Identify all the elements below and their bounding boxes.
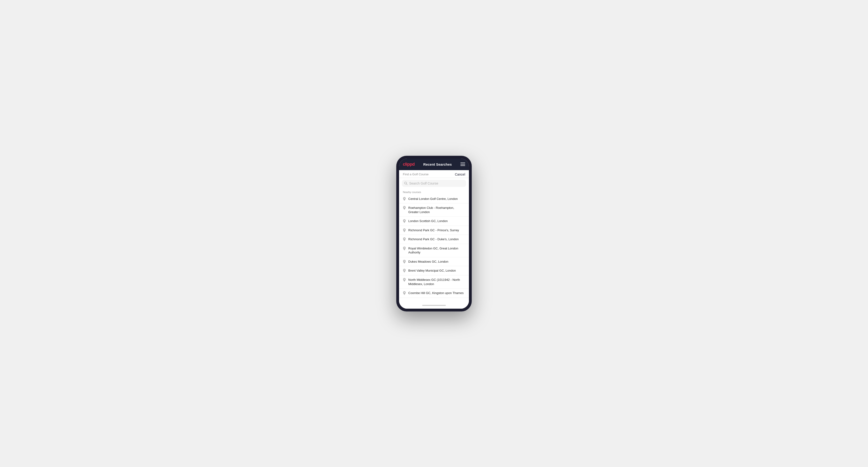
course-list-item[interactable]: Central London Golf Centre, London [399,194,469,204]
location-pin-icon [403,291,406,295]
location-pin-icon [403,228,406,232]
app-logo: clippd [403,162,415,167]
location-pin-icon [403,238,406,241]
course-name: Dukes Meadows GC, London [408,259,448,264]
location-pin-icon [403,247,406,250]
course-name: London Scottish GC, London [408,219,448,223]
nav-title: Recent Searches [423,162,452,166]
search-icon [404,182,408,185]
location-pin-icon [403,260,406,263]
nearby-courses-section: Nearby courses Central London Golf Centr… [399,189,469,302]
search-box-wrapper [399,178,469,189]
course-name: North Middlesex GC (1011942 - North Midd… [408,278,465,286]
course-name: Coombe Hill GC, Kingston upon Thames [408,291,464,295]
phone-screen: clippd Recent Searches Find a Golf Cours… [399,159,469,309]
search-header: Find a Golf Course Cancel [399,170,469,178]
location-pin-icon [403,197,406,201]
location-pin-icon [403,219,406,223]
course-name: Brent Valley Municipal GC, London [408,269,456,273]
location-pin-icon [403,269,406,273]
course-list-item[interactable]: Royal Wimbledon GC, Great London Authori… [399,244,469,257]
find-label: Find a Golf Course [403,173,429,176]
course-list-item[interactable]: Dukes Meadows GC, London [399,257,469,267]
cancel-button[interactable]: Cancel [455,173,465,176]
course-name: Central London Golf Centre, London [408,197,458,201]
home-bar [422,305,446,306]
course-name: Roehampton Club - Roehampton, Greater Lo… [408,206,465,214]
search-input[interactable] [409,182,464,185]
courses-list: Central London Golf Centre, London Roeha… [399,194,469,298]
course-list-item[interactable]: Richmond Park GC - Prince's, Surrey [399,226,469,235]
course-list-item[interactable]: North Middlesex GC (1011942 - North Midd… [399,275,469,289]
course-list-item[interactable]: Brent Valley Municipal GC, London [399,266,469,275]
course-list-item[interactable]: Richmond Park GC - Duke's, London [399,235,469,244]
course-name: Royal Wimbledon GC, Great London Authori… [408,246,465,255]
phone-frame: clippd Recent Searches Find a Golf Cours… [396,156,472,311]
hamburger-menu-icon[interactable] [460,163,465,166]
home-indicator [399,302,469,309]
nearby-label: Nearby courses [399,189,469,194]
course-list-item[interactable]: Roehampton Club - Roehampton, Greater Lo… [399,204,469,217]
location-pin-icon [403,278,406,282]
location-pin-icon [403,206,406,210]
course-list-item[interactable]: Coombe Hill GC, Kingston upon Thames [399,289,469,298]
svg-line-1 [406,184,407,185]
nav-bar: clippd Recent Searches [399,159,469,170]
course-name: Richmond Park GC - Duke's, London [408,237,459,241]
course-list-item[interactable]: London Scottish GC, London [399,217,469,226]
search-box [402,180,466,187]
course-name: Richmond Park GC - Prince's, Surrey [408,228,459,232]
